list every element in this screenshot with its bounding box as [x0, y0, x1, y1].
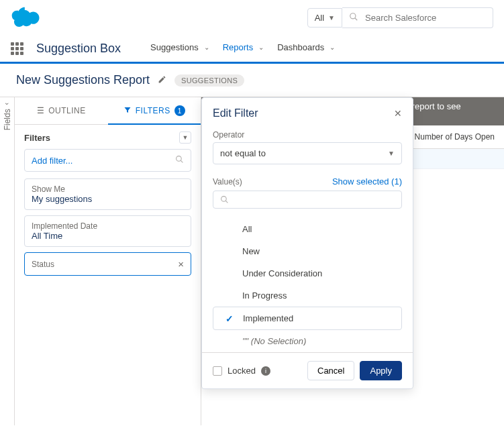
- chevron-icon: ›: [3, 103, 11, 105]
- tab-outline[interactable]: ☰ OUTLINE: [15, 97, 108, 124]
- filter-icon: [123, 106, 132, 116]
- filters-heading: Filters: [24, 133, 50, 143]
- fields-rail[interactable]: Fields ›: [0, 97, 15, 425]
- search-input[interactable]: [365, 13, 486, 23]
- value-option[interactable]: In Progress: [213, 284, 402, 307]
- svg-point-2: [177, 156, 182, 162]
- global-search[interactable]: [342, 7, 493, 28]
- search-icon: [175, 155, 184, 166]
- nav-tab-reports[interactable]: Reports⌄: [219, 36, 268, 62]
- filter-card-status[interactable]: Status ×: [24, 252, 191, 276]
- filters-menu-button[interactable]: ▼: [179, 131, 191, 144]
- filter-card-implemented-date[interactable]: Implemented Date All Time: [24, 215, 191, 247]
- apply-button[interactable]: Apply: [360, 361, 402, 380]
- cancel-button[interactable]: Cancel: [307, 361, 354, 380]
- locked-checkbox[interactable]: [213, 366, 222, 376]
- search-scope-dropdown[interactable]: All ▼: [307, 8, 342, 28]
- locked-label: Locked: [228, 366, 256, 376]
- popover-title: Edit Filter: [213, 107, 258, 119]
- nav-tab-suggestions[interactable]: Suggestions⌄: [146, 36, 213, 62]
- svg-line-1: [355, 18, 358, 21]
- svg-point-4: [221, 197, 227, 202]
- add-filter-input[interactable]: Add filter...: [24, 149, 191, 172]
- search-scope-label: All: [315, 13, 324, 23]
- close-icon[interactable]: ✕: [394, 108, 402, 119]
- chevron-down-icon: ▼: [328, 14, 335, 21]
- app-name: Suggestion Box: [36, 42, 121, 56]
- values-search-input[interactable]: [213, 191, 402, 209]
- edit-title-icon[interactable]: [158, 75, 166, 86]
- value-option[interactable]: Under Consideration: [213, 262, 402, 284]
- remove-filter-icon[interactable]: ×: [178, 258, 184, 270]
- show-selected-link[interactable]: Show selected (1): [332, 176, 402, 187]
- value-option[interactable]: Implemented: [213, 307, 402, 330]
- chevron-down-icon[interactable]: ⌄: [330, 44, 335, 51]
- chevron-down-icon: ▼: [388, 150, 395, 157]
- value-option[interactable]: New: [213, 240, 402, 262]
- filter-card-show-me[interactable]: Show Me My suggestions: [24, 178, 191, 210]
- chevron-down-icon[interactable]: ⌄: [204, 44, 209, 51]
- tab-filters[interactable]: FILTERS 1: [108, 97, 201, 124]
- app-launcher-icon[interactable]: [11, 42, 24, 56]
- operator-select[interactable]: not equal to ▼: [213, 142, 402, 164]
- operator-label: Operator: [213, 130, 402, 140]
- value-option[interactable]: All: [213, 218, 402, 240]
- outline-icon: ☰: [37, 106, 45, 115]
- value-option[interactable]: "" (No Selection): [213, 330, 402, 345]
- page-title: New Suggestions Report: [16, 73, 150, 87]
- search-icon: [349, 12, 358, 23]
- svg-point-0: [350, 13, 356, 19]
- svg-line-5: [225, 201, 228, 203]
- edit-filter-popover: Edit Filter ✕ Operator not equal to ▼ Va…: [201, 97, 413, 389]
- salesforce-logo: [11, 5, 44, 30]
- info-icon[interactable]: i: [261, 366, 270, 376]
- fields-rail-label: Fields: [3, 109, 12, 130]
- search-icon: [220, 195, 229, 204]
- svg-line-3: [181, 160, 183, 162]
- filters-count-badge: 1: [174, 105, 185, 116]
- nav-tab-dashboards[interactable]: Dashboards⌄: [273, 36, 339, 62]
- values-label: Value(s): [213, 177, 242, 187]
- chevron-down-icon[interactable]: ⌄: [258, 44, 264, 51]
- object-pill: SUGGESTIONS: [174, 74, 244, 87]
